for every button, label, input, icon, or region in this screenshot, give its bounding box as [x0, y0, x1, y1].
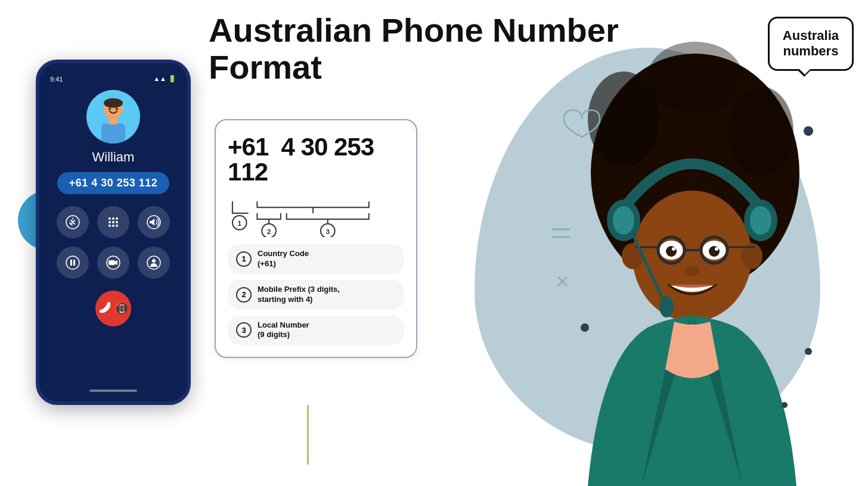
legend-text-3: Local Number (9 digits)	[258, 320, 309, 341]
svg-point-14	[112, 225, 114, 227]
svg-point-51	[659, 296, 674, 317]
legend-num-1: 1	[236, 251, 252, 267]
svg-rect-19	[73, 260, 75, 266]
format-info-card: +61 4 30 253 112 1 2 3 1 Country Code (+…	[215, 119, 417, 358]
legend-text-2: Mobile Prefix (3 digits, starting with 4…	[258, 285, 340, 305]
connector-line	[307, 405, 309, 465]
caller-name: William	[92, 149, 135, 165]
svg-point-1	[104, 98, 123, 108]
svg-text:3: 3	[326, 228, 330, 236]
speech-bubble: Australia numbers	[768, 17, 854, 71]
legend-list: 1 Country Code (+61) 2 Mobile Prefix (3 …	[228, 244, 404, 345]
svg-point-50	[750, 206, 771, 235]
svg-point-9	[116, 217, 118, 220]
svg-point-49	[613, 206, 634, 235]
svg-point-42	[666, 246, 677, 257]
legend-num-2: 2	[236, 287, 252, 303]
bubble-text: Australia numbers	[783, 28, 839, 60]
phone-number-display: +61 4 30 253 112	[57, 172, 170, 194]
page-title: Australian Phone Number Format	[209, 12, 619, 85]
pause-button[interactable]	[57, 247, 89, 279]
svg-point-11	[112, 221, 114, 223]
legend-item-2: 2 Mobile Prefix (3 digits, starting with…	[228, 280, 404, 310]
phone-home-indicator	[89, 390, 137, 392]
svg-point-10	[108, 221, 111, 223]
title-line1: Australian Phone Number	[209, 12, 619, 49]
svg-point-7	[108, 217, 111, 220]
svg-point-44	[672, 247, 675, 251]
legend-num-3: 3	[236, 322, 252, 338]
format-number: +61 4 30 253 112	[228, 135, 404, 185]
legend-text-1: Country Code (+61)	[258, 249, 309, 269]
svg-point-32	[633, 191, 752, 322]
svg-point-46	[685, 266, 699, 276]
speaker-button[interactable]	[138, 206, 170, 238]
svg-point-53	[728, 86, 793, 176]
svg-point-45	[715, 247, 718, 251]
svg-point-56	[581, 323, 589, 332]
svg-rect-18	[70, 260, 72, 266]
svg-rect-2	[101, 123, 125, 144]
video-button[interactable]	[97, 247, 129, 279]
svg-point-17	[66, 256, 79, 269]
svg-text:1: 1	[237, 219, 241, 228]
status-icons: ▲▲ 🔋	[153, 75, 176, 83]
svg-rect-3	[109, 117, 117, 124]
svg-point-57	[805, 348, 812, 355]
svg-point-5	[116, 108, 118, 110]
svg-point-55	[804, 126, 813, 136]
svg-point-54	[647, 42, 743, 113]
phone-mockup: 9:41 ▲▲ 🔋 William +61 4 30 253 112	[36, 60, 191, 405]
mute-button[interactable]	[57, 206, 89, 238]
end-call-button[interactable]: 📵	[95, 291, 131, 326]
svg-point-43	[709, 246, 720, 257]
status-time: 9:41	[50, 76, 63, 83]
phone-status-bar: 9:41 ▲▲ 🔋	[48, 75, 179, 83]
svg-point-13	[108, 225, 111, 227]
svg-point-15	[116, 225, 118, 227]
phone-buttons-grid	[57, 206, 170, 279]
svg-text:2: 2	[267, 228, 271, 236]
svg-point-23	[152, 259, 156, 263]
svg-point-12	[116, 221, 118, 223]
annotations-diagram: 1 2 3	[228, 195, 404, 237]
avatar-illustration	[89, 96, 137, 144]
phone-avatar	[86, 90, 140, 144]
svg-point-4	[108, 108, 111, 110]
svg-point-58	[782, 402, 788, 408]
legend-item-3: 3 Local Number (9 digits)	[228, 316, 404, 345]
svg-point-52	[588, 71, 659, 167]
keypad-button[interactable]	[97, 206, 129, 238]
title-line2: Format	[209, 49, 619, 86]
svg-rect-21	[108, 260, 115, 265]
legend-item-1: 1 Country Code (+61)	[228, 244, 404, 274]
svg-point-8	[112, 217, 114, 220]
contacts-button[interactable]	[138, 247, 170, 279]
